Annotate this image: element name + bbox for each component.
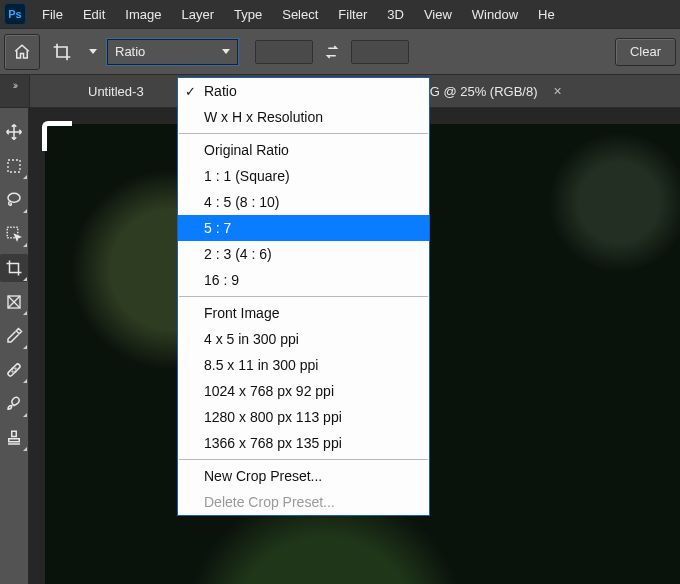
lasso-icon (5, 191, 23, 209)
menu-file[interactable]: File (32, 3, 73, 26)
menu-type[interactable]: Type (224, 3, 272, 26)
tab-untitled[interactable]: Untitled-3 (78, 78, 154, 104)
tool-indicator-crop[interactable] (44, 34, 80, 70)
menu-select[interactable]: Select (272, 3, 328, 26)
menu-item-new-crop-preset[interactable]: New Crop Preset... (178, 463, 429, 489)
svg-point-7 (15, 368, 16, 369)
menu-item-1024x768[interactable]: 1024 x 768 px 92 ppi (178, 378, 429, 404)
tool-eyedropper[interactable] (0, 322, 28, 350)
menu-separator (179, 459, 428, 460)
tool-move[interactable] (0, 118, 28, 146)
menu-item-5-7[interactable]: 5 : 7 (178, 215, 429, 241)
svg-point-5 (12, 368, 13, 369)
marquee-icon (6, 158, 22, 174)
tool-stamp[interactable] (0, 424, 28, 452)
swap-dimensions-button[interactable] (317, 37, 347, 67)
toolbox (0, 108, 29, 584)
menu-3d[interactable]: 3D (377, 3, 414, 26)
clear-button-label: Clear (630, 44, 661, 59)
menu-filter[interactable]: Filter (328, 3, 377, 26)
crop-icon (52, 42, 72, 62)
eyedropper-icon (5, 327, 23, 345)
svg-point-6 (15, 371, 16, 372)
crop-preset-dropdown-label: Ratio (115, 44, 145, 59)
menu-item-16-9[interactable]: 16 : 9 (178, 267, 429, 293)
menu-item-original-ratio[interactable]: Original Ratio (178, 137, 429, 163)
tool-frame[interactable] (0, 288, 28, 316)
svg-rect-0 (8, 160, 20, 172)
menu-layer[interactable]: Layer (172, 3, 225, 26)
menu-item-front-image[interactable]: Front Image (178, 300, 429, 326)
menu-item-1366x768[interactable]: 1366 x 768 px 135 ppi (178, 430, 429, 456)
crop-preset-menu: Ratio W x H x Resolution Original Ratio … (177, 77, 430, 516)
expand-chevrons-icon: ›› (13, 75, 16, 91)
tool-dropdown-caret[interactable] (84, 34, 102, 70)
tab-label: Untitled-3 (88, 84, 144, 99)
menu-item-ratio[interactable]: Ratio (178, 78, 429, 104)
tool-marquee[interactable] (0, 152, 28, 180)
bandage-icon (5, 361, 23, 379)
crop-height-field[interactable] (351, 40, 409, 64)
stamp-icon (5, 429, 23, 447)
brush-icon (5, 395, 23, 413)
menu-help[interactable]: He (528, 3, 565, 26)
frame-icon (6, 294, 22, 310)
panel-expand-stub[interactable]: ›› (0, 75, 30, 108)
tool-quick-select[interactable] (0, 220, 28, 248)
menu-bar: Ps File Edit Image Layer Type Select Fil… (0, 0, 680, 28)
menu-view[interactable]: View (414, 3, 462, 26)
options-bar: Ratio Clear (0, 28, 680, 75)
menu-edit[interactable]: Edit (73, 3, 115, 26)
home-icon (13, 43, 31, 61)
tool-healing[interactable] (0, 356, 28, 384)
menu-separator (179, 133, 428, 134)
tool-lasso[interactable] (0, 186, 28, 214)
menu-item-1280x800[interactable]: 1280 x 800 px 113 ppi (178, 404, 429, 430)
quick-select-icon (5, 225, 23, 243)
menu-item-1-1[interactable]: 1 : 1 (Square) (178, 163, 429, 189)
tool-brush[interactable] (0, 390, 28, 418)
menu-window[interactable]: Window (462, 3, 528, 26)
swap-icon (323, 43, 341, 61)
crop-preset-dropdown[interactable]: Ratio (106, 38, 239, 66)
svg-point-1 (8, 193, 20, 202)
menu-item-4-5[interactable]: 4 : 5 (8 : 10) (178, 189, 429, 215)
svg-rect-4 (7, 363, 21, 377)
close-icon[interactable]: × (546, 83, 562, 99)
crop-icon (5, 259, 23, 277)
app-logo: Ps (4, 3, 26, 25)
tool-crop[interactable] (0, 254, 28, 282)
menu-item-2-3[interactable]: 2 : 3 (4 : 6) (178, 241, 429, 267)
home-button[interactable] (4, 34, 40, 70)
crop-handle-icon[interactable] (42, 121, 72, 151)
menu-separator (179, 296, 428, 297)
menu-item-delete-crop-preset: Delete Crop Preset... (178, 489, 429, 515)
chevron-down-icon (222, 49, 230, 54)
menu-item-8p5x11-300[interactable]: 8.5 x 11 in 300 ppi (178, 352, 429, 378)
menu-image[interactable]: Image (115, 3, 171, 26)
crop-width-field[interactable] (255, 40, 313, 64)
menu-item-4x5-300[interactable]: 4 x 5 in 300 ppi (178, 326, 429, 352)
move-icon (5, 123, 23, 141)
svg-point-8 (12, 371, 13, 372)
clear-button[interactable]: Clear (615, 38, 676, 66)
menu-item-wxhres[interactable]: W x H x Resolution (178, 104, 429, 130)
